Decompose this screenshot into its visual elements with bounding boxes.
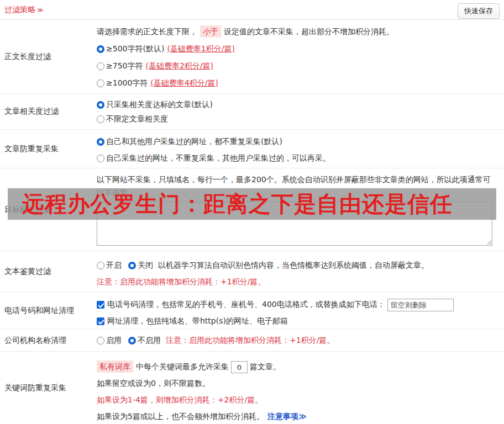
checkbox-phone-clean[interactable] — [97, 301, 104, 309]
radio-porn-on[interactable] — [97, 262, 104, 269]
rate-note-1: (基础费率1积分/篇) — [167, 44, 235, 53]
row-porn-filter: 文本鉴黄过滤 开启关闭以机器学习算法自动识别色情内容，当色情概率达到系统阈值，自… — [0, 251, 504, 293]
porn-off-label: 关闭 — [138, 261, 153, 269]
row-content-length-filter: 正文长度过滤 请选择需求的正文长度下限，小于设定值的文章不采集，超出部分不增加积… — [0, 20, 504, 94]
checkbox-url-clean[interactable] — [97, 317, 104, 325]
radio-dedup-self-only[interactable] — [97, 155, 104, 162]
rate-note-2: (基础费率2积分/篇) — [145, 61, 213, 70]
porn-filter-warning: 注意：启用此功能将增加积分消耗：+1积分/篇。 — [97, 273, 498, 290]
keyword-dedup-mid: 中每个关键词最多允许采集 — [136, 362, 229, 371]
keyword-dedup-post: 篇文章。 — [250, 362, 281, 371]
radio-relevance-any[interactable] — [97, 115, 104, 123]
option-min-750: ≥750字符(基础费率2积分/篇) — [97, 57, 498, 75]
max-articles-input[interactable] — [231, 361, 248, 373]
company-off-label: 不启用 — [138, 336, 161, 344]
option-relevance-any: 不限定文章相关度 — [97, 112, 498, 126]
option-label: 不限定文章相关度 — [106, 114, 168, 123]
phone-clean-line: 电话号码清理，包括常见的手机号、座机号、400电话格式，或替换成如下电话： — [97, 296, 498, 312]
content-length-intro: 请选择需求的正文长度下限，小于设定值的文章不采集，超出部分不增加积分消耗。 — [97, 23, 498, 40]
radio-company-on[interactable] — [97, 337, 104, 344]
replacement-phone-input[interactable] — [387, 299, 454, 311]
porn-filter-label: 文本鉴黄过滤 — [0, 251, 97, 292]
radio-porn-off[interactable] — [128, 262, 136, 269]
content-length-label: 正文长度过滤 — [0, 20, 97, 93]
chevron-collapse-icon: ≫ — [37, 7, 44, 14]
quick-save-button[interactable]: 快速保存 — [458, 3, 500, 19]
option-label: ≥1000字符 — [106, 78, 148, 87]
row-keyword-dedup: 关键词防重复采集 私有词库中每个关键词最多允许采集篇文章。 如果留空或设为0，则… — [0, 352, 504, 424]
company-clean-warning: 注意：启用此功能将增加积分消耗：+1积分/篇。 — [166, 336, 334, 344]
page-title[interactable]: 过滤策略≫ — [4, 5, 44, 15]
option-dedup-self-only: 自己采集过的网址，不重复采集，其他用户采集过的，可以再采。 — [97, 150, 498, 166]
phone-clean-label: 电话号码清理，包括常见的手机号、座机号、400电话格式，或替换成如下电话： — [107, 300, 385, 309]
row-company-clean: 公司机构名称清理 启用不启用注意：启用此功能将增加积分消耗：+1积分/篇。 — [0, 330, 504, 352]
page-header: 过滤策略≫ 快速保存 — [0, 0, 504, 20]
row-dedup-collect: 文章防重复采集 自己和其他用户采集过的网址，都不重复采集(默认) 自己采集过的网… — [0, 130, 504, 168]
intro-pre: 请选择需求的正文长度下限， — [97, 27, 197, 36]
option-min-1000: ≥1000字符(基础费率4积分/篇) — [97, 75, 498, 92]
keyword-dedup-line1: 私有词库中每个关键词最多允许采集篇文章。 — [97, 358, 498, 375]
option-label: ≥750字符 — [106, 61, 143, 70]
row-phone-url-clean: 电话号码和网址清理 电话号码清理，包括常见的手机号、座机号、400电话格式，或替… — [0, 293, 504, 330]
radio-min-750[interactable] — [97, 62, 104, 70]
url-clean-label: 网址清理，包括纯域名、带http(s)的网址、电子邮箱 — [107, 316, 288, 325]
option-relevance-strict: 只采集相关度达标的文章(默认) — [97, 97, 498, 112]
radio-min-1000[interactable] — [97, 80, 104, 87]
company-clean-label: 公司机构名称清理 — [0, 330, 97, 351]
keyword-dedup-line4: 如果设为5篇或以上，也不会额外增加积分消耗。注意事项≫ — [97, 408, 498, 424]
row-relevance-filter: 文章相关度过滤 只采集相关度达标的文章(默认) 不限定文章相关度 — [0, 94, 504, 130]
keyword-dedup-line2: 如果留空或设为0，则不限篇数。 — [97, 375, 498, 391]
notes-link[interactable]: 注意事项≫ — [267, 412, 307, 421]
option-dedup-all-users: 自己和其他用户采集过的网址，都不重复采集(默认) — [97, 133, 498, 150]
radio-relevance-strict[interactable] — [97, 101, 104, 109]
porn-on-label: 开启 — [106, 261, 122, 269]
porn-filter-desc: 以机器学习算法自动识别色情内容，当色情概率达到系统阈值，自动屏蔽文章。 — [158, 261, 429, 269]
porn-filter-options: 开启关闭以机器学习算法自动识别色情内容，当色情概率达到系统阈值，自动屏蔽文章。 — [97, 257, 498, 273]
rate-note-4: (基础费率4积分/篇) — [150, 78, 218, 87]
option-label: 自己采集过的网址，不重复采集，其他用户采集过的，可以再采。 — [106, 153, 330, 162]
watermark-text: 远程办公罗生门：距离之下是自由还是信任 — [22, 189, 453, 219]
option-label: ≥500字符(默认) — [106, 44, 164, 53]
company-clean-options: 启用不启用注意：启用此功能将增加积分消耗：+1积分/篇。 — [97, 332, 498, 348]
option-min-500: ≥500字符(默认)(基础费率1积分/篇) — [97, 40, 498, 57]
option-label: 自己和其他用户采集过的网址，都不重复采集(默认) — [106, 137, 282, 146]
filter-strategy-panel: 过滤策略≫ 快速保存 正文长度过滤 请选择需求的正文长度下限，小于设定值的文章不… — [0, 0, 504, 424]
page-title-text: 过滤策略 — [4, 5, 35, 14]
relevance-label: 文章相关度过滤 — [0, 94, 97, 129]
option-label: 只采集相关度达标的文章(默认) — [106, 100, 213, 109]
intro-post: 设定值的文章不采集，超出部分不增加积分消耗。 — [224, 27, 394, 36]
less-than-chip: 小于 — [200, 25, 221, 38]
url-clean-line: 网址清理，包括纯域名、带http(s)的网址、电子邮箱 — [97, 312, 498, 329]
radio-dedup-all-users[interactable] — [97, 138, 104, 146]
keyword-dedup-label: 关键词防重复采集 — [0, 352, 97, 424]
dedup-label: 文章防重复采集 — [0, 130, 97, 168]
keyword-dedup-line3: 如果设为1-4篇，则增加积分消耗：+2积分/篇。 — [97, 391, 498, 408]
radio-company-off[interactable] — [128, 337, 136, 344]
watermark-overlay: 远程办公罗生门：距离之下是自由还是信任 — [8, 188, 496, 220]
private-lexicon-chip: 私有词库 — [97, 361, 133, 373]
company-on-label: 启用 — [106, 336, 122, 344]
keyword-dedup-line4-text: 如果设为5篇或以上，也不会额外增加积分消耗。 — [97, 412, 264, 421]
phone-url-clean-label: 电话号码和网址清理 — [0, 293, 97, 329]
radio-min-500[interactable] — [97, 45, 104, 53]
